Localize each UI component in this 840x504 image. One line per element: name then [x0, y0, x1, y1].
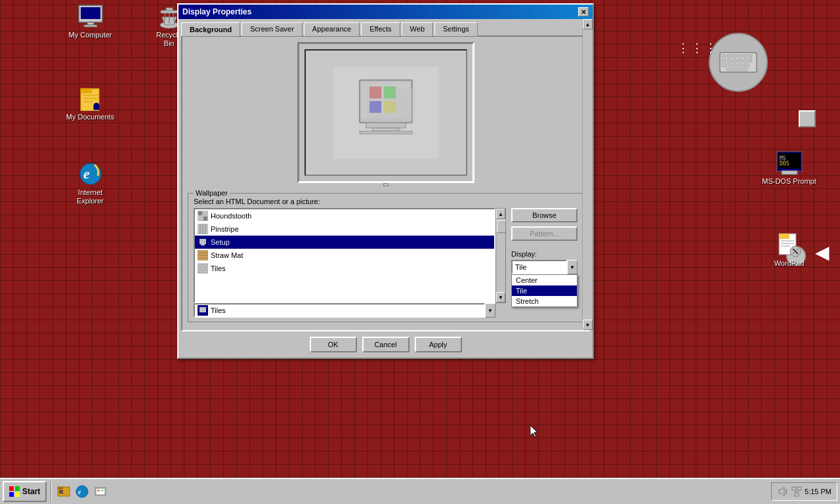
display-combo-arrow[interactable]: ▼ — [567, 260, 578, 274]
svg-rect-20 — [722, 54, 726, 58]
svg-rect-34 — [734, 64, 738, 67]
taskbar-icon-misc[interactable] — [93, 484, 108, 499]
dropdown-item-center[interactable]: Center — [512, 275, 577, 285]
taskbar: Start IE e — [0, 478, 840, 504]
dialog-scroll-up[interactable]: ▲ — [583, 19, 593, 30]
pattern-button[interactable]: Pattern... — [511, 226, 578, 241]
tab-appearance[interactable]: Appearance — [304, 22, 360, 36]
my-documents-icon — [77, 85, 104, 112]
cancel-button[interactable]: Cancel — [362, 337, 410, 352]
svg-rect-25 — [748, 54, 752, 58]
svg-rect-95 — [101, 490, 104, 492]
systray-sound-icon — [777, 486, 789, 497]
tab-settings[interactable]: Settings — [434, 22, 478, 36]
wallpaper-item-name: Setup — [211, 238, 230, 246]
square-button[interactable] — [799, 110, 816, 127]
scroll-up-button[interactable]: ▲ — [496, 209, 505, 219]
tab-web[interactable]: Web — [402, 22, 433, 36]
display-combo: Tile ▼ — [511, 260, 578, 274]
svg-line-99 — [794, 490, 797, 493]
scroll-thumb[interactable] — [497, 220, 506, 233]
wallpaper-item-name: Houndstooth — [211, 212, 251, 220]
dialog-title: Display Properties — [182, 7, 251, 16]
my-documents-label: My Documents — [66, 113, 115, 121]
windows-logo-preview — [333, 67, 438, 159]
svg-text:e: e — [83, 165, 90, 182]
wallpaper-item-name: Pinstripe — [211, 225, 239, 233]
svg-rect-63 — [198, 211, 202, 215]
wallpaper-item-houndstooth[interactable]: Houndstooth — [195, 209, 494, 222]
start-button[interactable]: Start — [3, 481, 47, 502]
dropdown-item-tile[interactable]: Tile — [512, 285, 577, 296]
wallpaper-item-strawmat[interactable]: Straw Mat — [195, 249, 494, 262]
svg-rect-80 — [203, 269, 207, 273]
my-computer-label: My Computer — [66, 31, 115, 39]
wallpaper-bottom-combo: Tiles ▼ — [194, 303, 495, 318]
svg-rect-32 — [722, 64, 727, 67]
svg-rect-36 — [744, 64, 749, 67]
wallpaper-item-setup[interactable]: Setup — [195, 236, 494, 249]
tab-background[interactable]: Background — [181, 22, 240, 36]
svg-rect-83 — [9, 486, 14, 491]
svg-rect-24 — [743, 54, 747, 58]
nav-dots[interactable]: ⋮⋮⋮ — [677, 41, 719, 55]
desktop-icon-ie[interactable]: e Internet Explorer — [66, 161, 115, 205]
svg-rect-96 — [792, 487, 796, 490]
tab-effects[interactable]: Effects — [361, 22, 400, 36]
scroll-down-button[interactable]: ▼ — [496, 292, 505, 303]
dialog-titlebar: Display Properties ✕ — [178, 5, 593, 19]
wallpaper-item-tiles[interactable]: Tiles — [195, 262, 494, 275]
display-properties-dialog: Display Properties ✕ Background Screen S… — [177, 3, 594, 359]
svg-rect-28 — [732, 59, 736, 62]
dialog-button-row: OK Cancel Apply — [178, 334, 593, 358]
wallpaper-item-icon — [198, 224, 208, 234]
taskbar-explorer-icon: IE — [57, 485, 70, 498]
svg-rect-98 — [795, 493, 799, 496]
windows-logo-icon — [9, 486, 20, 497]
tab-screensaver[interactable]: Screen Saver — [242, 22, 303, 36]
apply-button[interactable]: Apply — [415, 337, 462, 352]
wallpaper-combo-arrow[interactable]: ▼ — [485, 303, 495, 318]
nav-arrow-right[interactable]: ◀ — [815, 242, 830, 263]
close-button[interactable]: ✕ — [578, 7, 589, 16]
browse-button[interactable]: Browse — [511, 208, 578, 222]
desktop-icon-msdos[interactable]: MS DOS MS-DOS Prompt — [761, 151, 817, 186]
wallpaper-item-icon — [198, 211, 208, 221]
wallpaper-item-name: Tiles — [211, 264, 226, 272]
svg-rect-1 — [81, 7, 100, 19]
display-selected-value[interactable]: Tile — [511, 260, 567, 274]
dialog-scroll-area — [583, 30, 593, 320]
wallpaper-selected-value[interactable]: Tiles — [194, 303, 485, 318]
svg-rect-94 — [97, 490, 100, 492]
svg-rect-79 — [198, 269, 202, 273]
wallpaper-group-label: Wallpaper — [194, 189, 230, 197]
svg-rect-77 — [198, 264, 202, 268]
ie-label: Internet Explorer — [66, 188, 115, 205]
desktop-icon-my-documents[interactable]: My Documents — [66, 85, 115, 121]
monitor-preview — [297, 42, 474, 186]
wallpaper-list-scrollbar: ▲ ▼ — [495, 208, 506, 303]
svg-rect-85 — [9, 492, 14, 497]
svg-rect-23 — [738, 54, 742, 58]
dropdown-item-stretch[interactable]: Stretch — [512, 296, 577, 306]
wallpaper-combo-icon — [198, 305, 208, 316]
desktop-icon-wordpad[interactable]: WordPad — [761, 233, 817, 268]
mouse-cursor — [530, 425, 539, 440]
svg-rect-3 — [84, 25, 97, 27]
wallpaper-item-icon — [198, 263, 208, 274]
wallpaper-item-pinstripe[interactable]: Pinstripe — [195, 222, 494, 236]
tab-bar: Background Screen Saver Appearance Effec… — [178, 19, 593, 35]
svg-rect-26 — [722, 59, 726, 62]
svg-rect-16 — [94, 106, 99, 110]
ok-button[interactable]: OK — [310, 337, 357, 352]
wallpaper-item-name: Straw Mat — [211, 251, 243, 259]
desktop-icon-my-computer[interactable]: My Computer — [66, 3, 115, 39]
taskbar-icon-ie[interactable]: e — [74, 484, 90, 499]
dialog-scroll-down[interactable]: ▼ — [583, 320, 593, 330]
wallpaper-list-wrapper: Houndstooth Pinstripe — [194, 208, 506, 318]
wallpaper-list[interactable]: Houndstooth Pinstripe — [194, 208, 495, 303]
svg-rect-37 — [726, 68, 747, 71]
svg-rect-64 — [203, 217, 207, 220]
taskbar-icon-explorer[interactable]: IE — [56, 484, 72, 499]
desktop: My Computer RecycleBin — [0, 0, 840, 504]
